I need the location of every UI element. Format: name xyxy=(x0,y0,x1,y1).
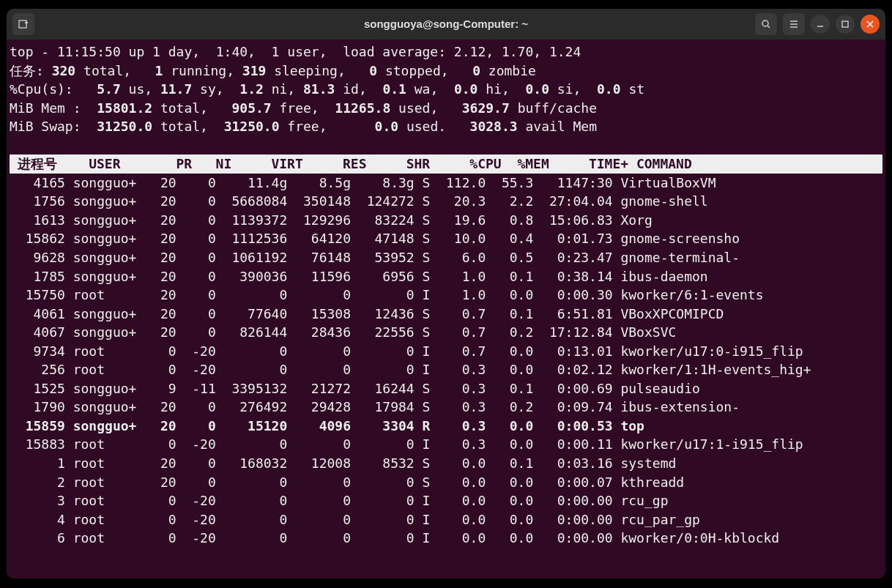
close-icon xyxy=(864,18,876,30)
minimize-button[interactable] xyxy=(811,15,830,34)
process-row: 15862 songguo+ 20 0 1112536 64120 47148 … xyxy=(10,229,882,248)
titlebar: songguoya@song-Computer: ~ xyxy=(7,9,885,40)
process-row: 1785 songguo+ 20 0 390036 11596 6956 S 1… xyxy=(10,267,882,286)
svg-line-4 xyxy=(768,26,770,28)
process-row: 1 root 20 0 168032 12008 8532 S 0.0 0.1 … xyxy=(10,454,882,473)
process-row: 1613 songguo+ 20 0 1139372 129296 83224 … xyxy=(10,211,882,230)
search-button[interactable] xyxy=(755,13,777,35)
svg-point-3 xyxy=(762,21,768,26)
hamburger-icon xyxy=(788,18,800,30)
top-summary-line: top - 11:15:50 up 1 day, 1:40, 1 user, l… xyxy=(10,42,882,62)
process-row: 15859 songguo+ 20 0 15120 4096 3304 R 0.… xyxy=(10,417,882,436)
cpu-line: %Cpu(s): 5.7 us, 11.7 sy, 1.2 ni, 81.3 i… xyxy=(10,80,882,99)
svg-rect-0 xyxy=(19,21,26,28)
maximize-button[interactable] xyxy=(836,15,855,34)
process-row: 4165 songguo+ 20 0 11.4g 8.5g 8.3g S 112… xyxy=(10,174,882,193)
svg-rect-9 xyxy=(842,21,848,27)
window-title: songguoya@song-Computer: ~ xyxy=(7,16,885,31)
mem-line: MiB Mem : 15801.2 total, 905.7 free, 112… xyxy=(10,99,882,118)
close-button[interactable] xyxy=(861,15,880,34)
process-row: 6 root 0 -20 0 0 0 I 0.0 0.0 0:00.00 kwo… xyxy=(10,529,882,548)
terminal-content[interactable]: top - 11:15:50 up 1 day, 1:40, 1 user, l… xyxy=(7,40,885,551)
tasks-line: 任务: 320 total, 1 running, 319 sleeping, … xyxy=(10,62,882,81)
menu-button[interactable] xyxy=(783,13,805,35)
process-header: 进程号 USER PR NI VIRT RES SHR %CPU %MEM TI… xyxy=(10,155,882,174)
search-icon xyxy=(760,18,772,30)
swap-line: MiB Swap: 31250.0 total, 31250.0 free, 0… xyxy=(10,117,882,136)
new-tab-icon xyxy=(18,18,29,30)
process-row: 1756 songguo+ 20 0 5668084 350148 124272… xyxy=(10,192,882,211)
blank-line xyxy=(10,136,882,155)
new-tab-button[interactable] xyxy=(12,13,34,35)
process-row: 9734 root 0 -20 0 0 0 I 0.7 0.0 0:13.01 … xyxy=(10,342,882,361)
process-row: 1790 songguo+ 20 0 276492 29428 17984 S … xyxy=(10,398,882,417)
maximize-icon xyxy=(839,18,851,30)
process-row: 4 root 0 -20 0 0 0 I 0.0 0.0 0:00.00 rcu… xyxy=(10,510,882,529)
process-row: 4067 songguo+ 20 0 826144 28436 22556 S … xyxy=(10,323,882,342)
minimize-icon xyxy=(814,18,826,30)
process-row: 15883 root 0 -20 0 0 0 I 0.3 0.0 0:00.11… xyxy=(10,435,882,454)
process-row: 256 root 0 -20 0 0 0 I 0.3 0.0 0:02.12 k… xyxy=(10,360,882,379)
process-row: 3 root 0 -20 0 0 0 I 0.0 0.0 0:00.00 rcu… xyxy=(10,491,882,510)
process-row: 1525 songguo+ 9 -11 3395132 21272 16244 … xyxy=(10,379,882,398)
process-row: 4061 songguo+ 20 0 77640 15308 12436 S 0… xyxy=(10,305,882,324)
terminal-window: songguoya@song-Computer: ~ top - 11:15:5… xyxy=(7,9,885,578)
process-row: 15750 root 20 0 0 0 0 I 1.0 0.0 0:00.30 … xyxy=(10,286,882,305)
process-row: 2 root 20 0 0 0 0 S 0.0 0.0 0:00.07 kthr… xyxy=(10,473,882,492)
process-row: 9628 songguo+ 20 0 1061192 76148 53952 S… xyxy=(10,248,882,267)
